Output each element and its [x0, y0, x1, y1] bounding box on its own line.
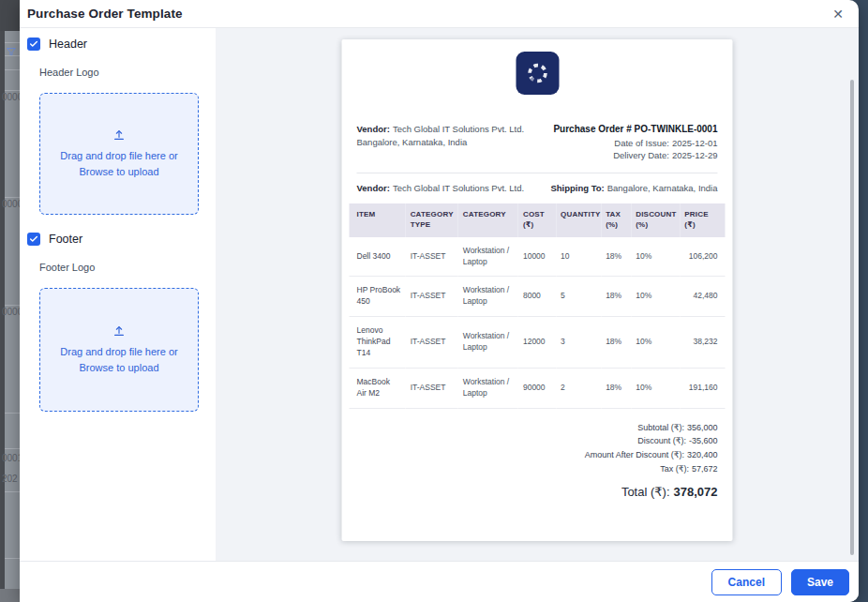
- background-footer-strip: [0, 589, 20, 602]
- header-checkbox[interactable]: [27, 38, 40, 51]
- vendor-address: Bangalore, Karnataka, India: [357, 136, 525, 149]
- table-row: Lenovo ThinkPad T14 IT-ASSET Workstation…: [350, 317, 726, 369]
- col-category-type: CATEGORY TYPE: [406, 203, 458, 237]
- table-row: Dell 3400 IT-ASSET Workstation / Laptop …: [350, 237, 726, 277]
- col-discount: DISCOUNT (%): [631, 203, 680, 237]
- vendor-shipping-row: Vendor:Tech Global IT Solutions Pvt. Ltd…: [357, 183, 718, 193]
- dropzone-text: Drag and drop file here or Browse to upl…: [48, 344, 190, 375]
- save-button[interactable]: Save: [791, 569, 849, 595]
- check-icon: [29, 234, 38, 244]
- modal-body: Header Header Logo Drag and drop file he…: [20, 28, 859, 561]
- subtotal-line: Subtotal (₹):356,000: [357, 421, 718, 435]
- background-header-strip: [0, 0, 20, 31]
- amount-after-discount-line: Amount After Discount (₹):320,400: [357, 448, 718, 462]
- po-number: Purchase Order # PO-TWINKLE-0001: [553, 123, 717, 137]
- screen: 0000 0000 0000 0001 202 Purchase Order T…: [0, 0, 868, 602]
- upload-icon: [112, 324, 126, 338]
- divider: [357, 173, 718, 173]
- col-price: PRICE (₹): [680, 203, 725, 237]
- table-header-row: ITEM CATEGORY TYPE CATEGORY COST (₹) QUA…: [350, 203, 726, 237]
- issue-date: Date of Issue:2025-12-01: [553, 137, 717, 150]
- shipping-line: Shipping To:Bangalore, Karnataka, India: [550, 183, 717, 193]
- header-logo-dropzone[interactable]: Drag and drop file here or Browse to upl…: [39, 93, 199, 215]
- tax-line: Tax (₹):57,672: [357, 462, 718, 476]
- footer-checkbox-label: Footer: [49, 233, 82, 246]
- po-preview-area: Vendor:Tech Global IT Solutions Pvt. Ltd…: [216, 28, 859, 561]
- template-options-panel: Header Header Logo Drag and drop file he…: [20, 28, 216, 561]
- footer-checkbox[interactable]: [27, 233, 40, 246]
- modal-header: Purchase Order Template ✕: [20, 0, 859, 28]
- backdrop-fragment: 0000: [2, 92, 20, 102]
- vendor-line: Vendor:Tech Global IT Solutions Pvt. Ltd…: [357, 183, 525, 193]
- table-row: MacBook Air M2 IT-ASSET Workstation / La…: [350, 368, 726, 408]
- grand-total-value: 378,072: [674, 485, 718, 499]
- backdrop-fragment: 0000: [2, 199, 20, 209]
- footer-toggle[interactable]: Footer: [27, 233, 216, 246]
- modal-title: Purchase Order Template: [27, 7, 183, 21]
- col-quantity: QUANTITY: [556, 203, 601, 237]
- vendor-block: Vendor:Tech Global IT Solutions Pvt. Ltd…: [357, 123, 525, 162]
- grand-total-label: Total (₹):: [621, 485, 670, 499]
- company-logo: [516, 52, 559, 95]
- po-header-info: Vendor:Tech Global IT Solutions Pvt. Ltd…: [357, 123, 718, 162]
- grand-total-line: Total (₹):378,072: [357, 485, 718, 499]
- col-tax: TAX (%): [601, 203, 631, 237]
- footer-logo-dropzone[interactable]: Drag and drop file here or Browse to upl…: [39, 288, 199, 412]
- col-cost: COST (₹): [518, 203, 556, 237]
- header-checkbox-label: Header: [49, 38, 87, 51]
- close-icon: ✕: [832, 7, 844, 22]
- close-button[interactable]: ✕: [829, 6, 847, 23]
- col-category: CATEGORY: [458, 203, 518, 237]
- purchase-order-template-modal: Purchase Order Template ✕ Header Header …: [20, 0, 859, 602]
- check-icon: [29, 39, 38, 49]
- footer-logo-label: Footer Logo: [39, 262, 216, 273]
- backdrop-fragment: 202: [2, 474, 20, 484]
- col-item: ITEM: [350, 203, 406, 237]
- background-page-fragment: 0000 0000 0000 0001 202: [0, 0, 20, 602]
- dropzone-text: Drag and drop file here or Browse to upl…: [48, 148, 190, 179]
- header-logo-label: Header Logo: [39, 67, 216, 78]
- table-row: HP ProBook 450 IT-ASSET Workstation / La…: [350, 277, 726, 317]
- cancel-button[interactable]: Cancel: [711, 569, 782, 595]
- preview-scrollbar[interactable]: [850, 80, 854, 555]
- header-toggle[interactable]: Header: [27, 38, 216, 51]
- delivery-date: Delivery Date:2025-12-29: [553, 149, 717, 162]
- upload-icon: [112, 128, 126, 142]
- po-meta-block: Purchase Order # PO-TWINKLE-0001 Date of…: [553, 123, 717, 162]
- totals-block: Subtotal (₹):356,000 Discount (₹):-35,60…: [357, 421, 718, 476]
- modal-footer: Cancel Save: [20, 561, 859, 602]
- backdrop-fragment: 0001: [2, 453, 20, 463]
- po-items-table: ITEM CATEGORY TYPE CATEGORY COST (₹) QUA…: [350, 203, 726, 409]
- backdrop-fragment: 0000: [2, 307, 20, 317]
- spinner-logo-icon: [522, 58, 552, 88]
- discount-line: Discount (₹):-35,600: [357, 434, 718, 448]
- po-document-preview: Vendor:Tech Global IT Solutions Pvt. Ltd…: [342, 39, 733, 541]
